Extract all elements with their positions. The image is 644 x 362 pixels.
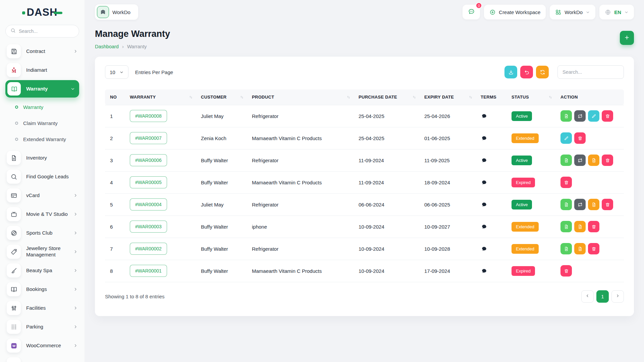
sidebar-item-contract[interactable]: Contract	[5, 42, 79, 61]
cell-actions	[556, 216, 624, 238]
claim-button[interactable]	[560, 110, 572, 122]
claim-button[interactable]	[560, 221, 572, 232]
renew-button[interactable]	[574, 199, 586, 210]
sort-icon[interactable]	[189, 95, 193, 99]
renew-button[interactable]	[574, 110, 586, 122]
renew-button[interactable]	[574, 155, 586, 166]
workspace-selector[interactable]: WorkDo	[95, 4, 138, 20]
sidebar-item-label: Sports Club	[26, 230, 68, 236]
sidebar-item-woocommerce[interactable]: WWooCommerce	[5, 336, 79, 355]
sidebar-item-label: Beauty Spa	[26, 267, 68, 274]
sort-icon[interactable]	[548, 95, 552, 99]
sidebar-item-jewellery-store-management[interactable]: Jewellery Store Management	[5, 242, 79, 261]
create-workspace-button[interactable]: Create Workspace	[484, 5, 546, 19]
column-header-product[interactable]: PRODUCT	[248, 89, 355, 105]
entries-per-page-select[interactable]: 10	[105, 65, 128, 79]
sidebar-search-input[interactable]	[19, 28, 74, 34]
sidebar-subitem-warranty[interactable]: Warranty	[5, 99, 79, 115]
cell-customer: Juliet May	[197, 105, 248, 127]
document-button[interactable]	[574, 243, 586, 254]
claim-button[interactable]	[560, 155, 572, 166]
sidebar-subitem-extended-warranty[interactable]: Extended Warranty	[5, 131, 79, 147]
undo-button[interactable]	[520, 66, 533, 78]
messages-button[interactable]: 0	[463, 5, 480, 19]
terms-comment-icon[interactable]	[481, 224, 503, 230]
language-selector[interactable]: EN	[599, 5, 634, 19]
column-label: NO	[110, 95, 117, 100]
sidebar-item-bookings[interactable]: Bookings	[5, 280, 79, 299]
sidebar-subitem-claim-warranty[interactable]: Claim Warranty	[5, 115, 79, 131]
create-workspace-label: Create Workspace	[499, 9, 540, 15]
delete-button[interactable]	[560, 177, 572, 188]
table-search-input[interactable]	[557, 65, 624, 79]
edit-button[interactable]	[560, 132, 572, 144]
delete-button[interactable]	[560, 265, 572, 277]
sidebar-item-vcard[interactable]: vCard	[5, 186, 79, 205]
column-header-customer[interactable]: CUSTOMER	[197, 89, 248, 105]
cell-no: 4	[105, 171, 126, 193]
sidebar-item-warranty[interactable]: Warranty	[5, 80, 79, 98]
entries-per-page-label: Entries Per Page	[135, 69, 173, 75]
sidebar-item-parking[interactable]: Parking	[5, 317, 79, 336]
terms-comment-icon[interactable]	[481, 113, 503, 119]
row-actions	[560, 177, 620, 188]
sidebar-item-indiamart[interactable]: MIndiamart	[5, 61, 79, 79]
refresh-button[interactable]	[536, 66, 549, 78]
sidebar-item-sports-club[interactable]: Sports Club	[5, 224, 79, 242]
cell-customer: Buffy Walter	[197, 216, 248, 238]
column-header-status[interactable]: STATUS	[507, 89, 556, 105]
claim-button[interactable]	[560, 243, 572, 254]
delete-button[interactable]	[602, 155, 613, 166]
sidebar-item-partial[interactable]	[5, 355, 79, 362]
column-header-no: NO	[105, 89, 126, 105]
edit-button[interactable]	[588, 110, 599, 122]
sort-icon[interactable]	[346, 95, 351, 99]
add-warranty-button[interactable]	[620, 31, 634, 45]
cell-terms	[477, 260, 507, 282]
trash-icon	[591, 246, 596, 251]
pagination-prev-button[interactable]	[581, 290, 594, 303]
sort-icon[interactable]	[469, 95, 473, 99]
sort-icon[interactable]	[240, 95, 244, 99]
terms-comment-icon[interactable]	[481, 180, 503, 185]
sidebar-search[interactable]	[5, 25, 79, 38]
terms-comment-icon[interactable]	[481, 135, 503, 141]
terms-comment-icon[interactable]	[481, 268, 503, 274]
entries-value: 10	[110, 69, 115, 75]
terms-comment-icon[interactable]	[481, 158, 503, 163]
document-button[interactable]	[588, 199, 599, 210]
sidebar-item-beauty-spa[interactable]: Beauty Spa	[5, 261, 79, 280]
column-header-warranty[interactable]: WARRANTY	[126, 89, 197, 105]
column-header-expiry-date[interactable]: EXPIRY DATE	[420, 89, 477, 105]
delete-button[interactable]	[602, 110, 613, 122]
cell-status: Extended	[507, 216, 556, 238]
sidebar-item-movie-and-tv-studio[interactable]: Movie & TV Studio	[5, 205, 79, 224]
pagination-next-button[interactable]	[611, 290, 624, 303]
delete-button[interactable]	[588, 221, 599, 232]
terms-comment-icon[interactable]	[481, 202, 503, 207]
document-button[interactable]	[574, 221, 586, 232]
breadcrumb-dashboard-link[interactable]: Dashboard	[95, 44, 119, 49]
export-button[interactable]	[504, 66, 517, 78]
app-switcher-button[interactable]: WorkDo	[550, 5, 595, 19]
delete-button[interactable]	[588, 243, 599, 254]
breadcrumb: Dashboard › Warranty	[95, 44, 170, 49]
sort-icon[interactable]	[412, 95, 416, 99]
claim-button[interactable]	[560, 199, 572, 210]
sidebar-item-facilities[interactable]: Facilities	[5, 299, 79, 317]
delete-button[interactable]	[602, 199, 613, 210]
chevron-right-icon	[73, 49, 78, 54]
sidebar-item-label: Indiamart	[26, 67, 78, 73]
facilities-sliders-icon	[7, 301, 21, 315]
sidebar-item-inventory[interactable]: Inventory	[5, 148, 79, 167]
sidebar-item-find-google-leads[interactable]: Find Google Leads	[5, 167, 79, 186]
document-button[interactable]	[588, 155, 599, 166]
cell-status: Extended	[507, 238, 556, 260]
cell-no: 3	[105, 149, 126, 171]
delete-button[interactable]	[574, 132, 586, 144]
sidebar-submenu-warranty: WarrantyClaim WarrantyExtended Warranty	[5, 98, 79, 148]
terms-comment-icon[interactable]	[481, 246, 503, 252]
column-header-purchase-date[interactable]: PURCHASE DATE	[355, 89, 420, 105]
pagination-page-1-button[interactable]: 1	[596, 290, 609, 303]
cell-product: Mamaearth Vitamin C Products	[248, 127, 355, 149]
